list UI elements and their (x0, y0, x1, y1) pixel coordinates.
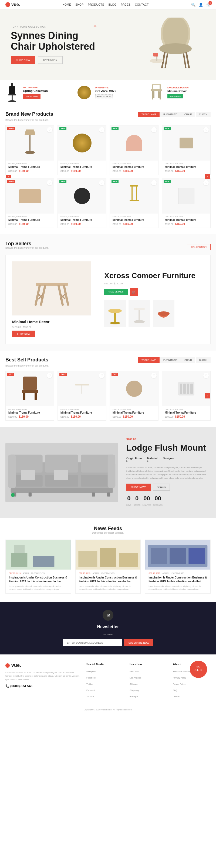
location-new-york-link[interactable]: New York (130, 671, 139, 673)
social-pinterest-link[interactable]: Pinterest (86, 689, 95, 691)
brand-new-product-grid: SALE ♡ DECOR, FURNITURE Minimal Troma Fu… (5, 125, 211, 228)
nav-pages[interactable]: Pages (121, 3, 131, 6)
lodge-shop-button[interactable]: SHOP NOW (127, 484, 151, 491)
product-category: DECOR, FURNITURE (8, 216, 51, 218)
nav-contact[interactable]: Contact (135, 3, 149, 6)
collection-button[interactable]: COLLECTION (187, 244, 211, 250)
wishlist-icon[interactable]: ♡ (151, 373, 156, 378)
about-privacy-link[interactable]: Privacy Policy (173, 677, 186, 679)
brand-new-next-button[interactable]: › (205, 174, 210, 179)
product-image: HOT ♡ (6, 371, 54, 406)
product-card[interactable]: SALE ♡ DECOR, FURNITURE Minimal Troma Fu… (5, 125, 54, 175)
wishlist-icon[interactable]: ♡ (99, 180, 105, 185)
best-tab-clock[interactable]: CLOCK (196, 358, 211, 363)
svg-rect-29 (130, 200, 139, 201)
search-icon[interactable]: 🔍 (191, 3, 195, 7)
news-image-2 (76, 540, 141, 569)
product-card[interactable]: SALE ♡ DECOR, FURNITURE Minimal Troma Fu… (5, 178, 54, 228)
location-chicago-link[interactable]: Chicago (130, 683, 137, 685)
news-grid: SEP 19, 2019 ADMIN 12 COMMENTS Inspirati… (5, 539, 211, 594)
social-facebook-link[interactable]: Facebook (86, 677, 96, 679)
news-excerpt: Lorem ipsum dolor sit amet, consectetur … (79, 585, 137, 591)
svg-point-14 (8, 100, 16, 102)
product-card[interactable]: NEW ♡ DECOR, FURNITURE Minimal Troma Fur… (110, 178, 158, 228)
product-card[interactable]: OFF ♡ DECOR, FURNITURE Minimal Troma Fur… (110, 371, 158, 421)
wishlist-icon[interactable]: ♡ (99, 373, 105, 378)
product-card[interactable]: NEW ♡ DECOR, FURNITURE Minimal Troma Fur… (58, 178, 106, 228)
newsletter-email-input[interactable] (63, 639, 122, 646)
wishlist-icon[interactable]: ♡ (151, 127, 156, 132)
ts-cart-button[interactable]: 🛒 (130, 288, 138, 296)
product-body: DECOR, FURNITURE Minimal Troma Furniture… (110, 161, 158, 175)
tab-table-lamp[interactable]: TABLE LAMP (138, 112, 159, 117)
wishlist-icon[interactable]: ♡ (47, 180, 52, 185)
svg-rect-58 (108, 455, 115, 488)
wishlist-icon[interactable]: ♡ (203, 373, 209, 378)
cart-icon[interactable]: 🛒 0 (206, 3, 211, 7)
product-image: NEW ♡ (58, 125, 106, 161)
svg-rect-67 (11, 553, 27, 567)
wishlist-icon[interactable]: ♡ (47, 373, 52, 378)
tab-chair[interactable]: CHAIR (181, 112, 195, 117)
nav-products[interactable]: Products (88, 3, 104, 6)
hero-shop-now-button[interactable]: SHOP NOW (11, 56, 35, 64)
product-card[interactable]: NEW ♡ DECOR, FURNITURE Minimal Troma Fur… (110, 125, 158, 175)
wishlist-icon[interactable]: ♡ (203, 127, 209, 132)
news-card[interactable]: SEP 19, 2019 ADMIN 12 COMMENTS Inspirati… (145, 539, 211, 594)
best-sell-next-button[interactable]: › (205, 393, 210, 399)
product-card[interactable]: HOT ♡ DECOR, FURNITURE Minimal Troma Fur… (5, 371, 54, 421)
user-icon[interactable]: 👤 (199, 3, 203, 7)
social-youtube-link[interactable]: Youtube (86, 695, 94, 698)
product-body: DECOR, FURNITURE Minimal Troma Furniture… (110, 406, 158, 420)
best-tab-furniture[interactable]: FURNITURE (160, 358, 181, 363)
product-card[interactable]: SALE ♡ DECOR, FURNITURE Minimal Troma Fu… (58, 371, 106, 421)
svg-rect-27 (132, 187, 133, 200)
product-image: NEW ♡ (58, 178, 106, 214)
lodge-details-button[interactable]: DETAILS (153, 484, 170, 491)
best-tab-chair[interactable]: CHAIR (181, 358, 195, 363)
nav-blog[interactable]: Blog (109, 3, 117, 6)
sale-badge: BIG SALE (189, 660, 208, 679)
brown-chair-icon (21, 377, 39, 401)
promo-offer-code[interactable]: APPLY CODE (95, 94, 113, 98)
product-badge: SALE (7, 127, 15, 130)
best-tab-table-lamp[interactable]: TABLE LAMP (138, 358, 159, 363)
wishlist-icon[interactable]: ♡ (47, 127, 52, 132)
about-contact-link[interactable]: Contact (173, 695, 180, 698)
promo-spring-button[interactable]: SHOP NOW (23, 94, 40, 99)
location-shopping-link[interactable]: Shopping (130, 689, 139, 691)
footer: vue. Lorem ipsum dolor sit amet, consect… (0, 654, 216, 715)
newsletter-subscribe-button[interactable]: SUBSCRIBE NOW (124, 639, 154, 646)
newsletter-title: Newsletter (97, 624, 119, 629)
wishlist-icon[interactable]: ♡ (99, 127, 105, 132)
about-return-link[interactable]: Return Policy (173, 683, 186, 685)
product-category: DECOR, FURNITURE (61, 408, 103, 410)
wishlist-icon[interactable]: ♡ (203, 180, 209, 185)
nav-home[interactable]: Home (62, 3, 71, 6)
news-card[interactable]: SEP 19, 2019 ADMIN 12 COMMENTS Inspirati… (5, 539, 71, 594)
tab-clock[interactable]: CLOCK (196, 112, 211, 117)
about-faq-link[interactable]: FAQ (173, 689, 177, 691)
product-badge: NEW (164, 180, 171, 183)
product-category: DECOR, FURNITURE (61, 216, 103, 218)
location-boutique-link[interactable]: Boutique (130, 695, 138, 698)
product-card[interactable]: NEW ♡ DECOR, FURNITURE Minimal Troma Fur… (162, 178, 211, 228)
product-card[interactable]: ♡ DECOR, FURNITURE Minimal Troma Furnitu… (162, 371, 211, 421)
news-card[interactable]: SEP 19, 2019 ADMIN 12 COMMENTS Inspirati… (75, 539, 141, 594)
location-la-link[interactable]: Los Angeles (130, 677, 142, 679)
logo[interactable]: vue. (5, 2, 20, 7)
ts-view-details-button[interactable]: VIEW DETAILS (104, 289, 128, 295)
lodge-origin: Origin From ▶ (127, 457, 142, 462)
nav-shop[interactable]: Shop (75, 3, 83, 6)
wishlist-icon[interactable]: ♡ (151, 180, 156, 185)
ts-shop-now-button[interactable]: SHOP NOW (12, 331, 35, 337)
tab-furniture[interactable]: FURNITURE (160, 112, 181, 117)
price-old: $199.00 (113, 415, 121, 418)
social-instagram-link[interactable]: Instagram (86, 671, 96, 673)
product-badge: NEW (60, 180, 66, 183)
social-twitter-link[interactable]: Twitter (86, 683, 93, 685)
about-terms-link[interactable]: Terms & Conditions (173, 671, 191, 673)
product-card[interactable]: NEW ♡ DECOR, FURNITURE Minimal Troma Fur… (162, 125, 211, 175)
product-card[interactable]: NEW ♡ DECOR, FURNITURE Minimal Troma Fur… (58, 125, 106, 175)
hero-category-button[interactable]: CATEGORY (38, 56, 63, 64)
